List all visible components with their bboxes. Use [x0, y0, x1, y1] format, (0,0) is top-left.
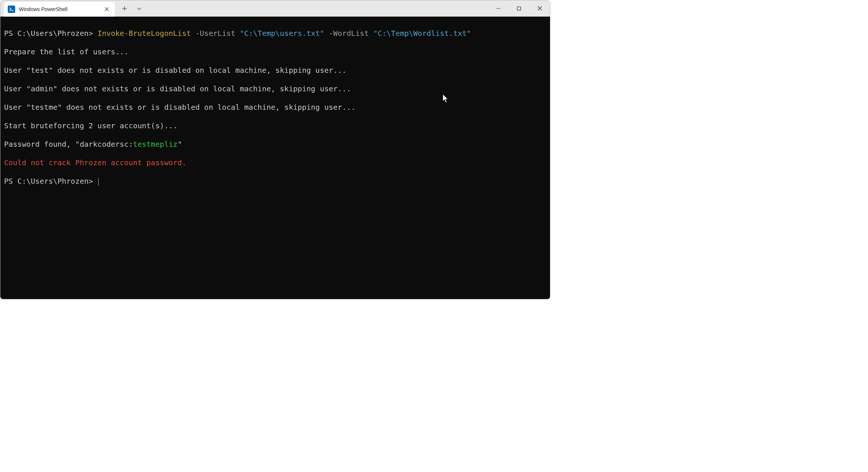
found-prefix: Password found, "darkcodersc: [4, 140, 133, 149]
titlebar: Windows PowerShell [0, 0, 550, 17]
tab-title: Windows PowerShell [19, 6, 99, 12]
minimize-button[interactable] [488, 0, 509, 16]
tab-close-button[interactable] [103, 6, 110, 13]
tab-dropdown-button[interactable] [133, 2, 146, 15]
found-suffix: " [178, 140, 182, 149]
output-line: Start bruteforcing 2 user account(s)... [4, 121, 546, 130]
output-line: User "admin" does not exists or is disab… [4, 84, 546, 94]
error-line: Could not crack Phrozen account password… [4, 158, 546, 167]
close-window-button[interactable] [529, 0, 550, 16]
output-line: User "testme" does not exists or is disa… [4, 103, 546, 112]
command-line: PS C:\Users\Phrozen> Invoke-BruteLogonLi… [4, 29, 546, 38]
titlebar-spacer [146, 0, 488, 16]
prompt-line: PS C:\Users\Phrozen> [4, 177, 546, 186]
powershell-icon [8, 6, 15, 13]
found-password: testmepliz [133, 140, 177, 149]
password-found-line: Password found, "darkcodersc:testmepliz" [4, 140, 546, 149]
prompt: PS C:\Users\Phrozen> [4, 29, 98, 38]
param-value: "C:\Temp\users.txt" [240, 29, 324, 38]
tab-actions [118, 0, 146, 16]
svg-rect-6 [517, 7, 521, 10]
param-flag: -WordList [324, 29, 373, 38]
param-value: "C:\Temp\Wordlist.txt" [373, 29, 471, 38]
output-line: User "test" does not exists or is disabl… [4, 66, 546, 75]
new-tab-button[interactable] [118, 2, 131, 15]
cmdlet-name: Invoke-BruteLogonList [98, 29, 191, 38]
terminal-window: Windows PowerShell [0, 0, 550, 299]
prompt: PS C:\Users\Phrozen> [4, 177, 98, 186]
output-line: Prepare the list of users... [4, 47, 546, 57]
tab-powershell[interactable]: Windows PowerShell [4, 2, 115, 17]
maximize-button[interactable] [509, 0, 529, 16]
terminal-body[interactable]: PS C:\Users\Phrozen> Invoke-BruteLogonLi… [0, 17, 550, 299]
text-cursor [98, 178, 99, 186]
param-flag: -UserList [191, 29, 240, 38]
window-controls [488, 0, 550, 16]
